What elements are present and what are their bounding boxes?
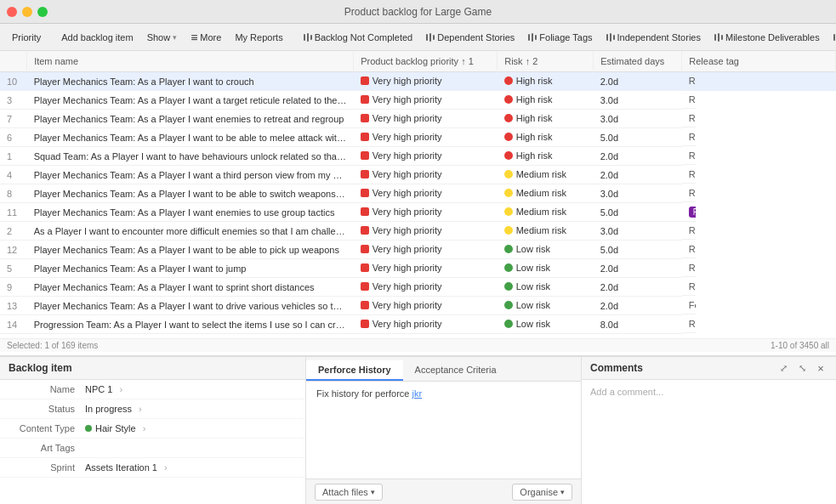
toolbar-priority[interactable]: Priority xyxy=(7,30,46,45)
risk-cell: Medium risk xyxy=(498,203,594,222)
row-num: 14 xyxy=(0,315,27,334)
toolbar-backlog-not-completed[interactable]: Backlog Not Completed xyxy=(299,30,418,45)
table-row[interactable]: 4Player Mechanics Team: As a Player I wa… xyxy=(0,166,836,184)
attach-files-label: Attach files xyxy=(322,487,368,497)
item-name: Player Mechanics Team: As a Player I wan… xyxy=(27,259,354,278)
detail-field-label: Sprint xyxy=(9,462,85,473)
table-row[interactable]: 1Squad Team: As a Player I want to have … xyxy=(0,147,836,166)
tab-acceptance[interactable]: Acceptance Criteria xyxy=(403,360,509,381)
release-cell: Release 12016-05-21 xyxy=(682,128,696,146)
row-num: 6 xyxy=(0,128,27,147)
table-row[interactable]: 6Player Mechanics Team: As a Player I wa… xyxy=(0,128,836,147)
toolbar-show[interactable]: Show ▾ xyxy=(142,30,183,45)
chart-icon-5 xyxy=(714,33,723,42)
backlog-table: Item name Product backlog priority ↑ 1 R… xyxy=(0,51,836,338)
table-row[interactable]: 7Player Mechanics Team: As a Player I wa… xyxy=(0,110,836,128)
table-row[interactable]: 5Player Mechanics Team: As a Player I wa… xyxy=(0,259,836,278)
release-cell: Release 12016-05-21 xyxy=(682,184,696,202)
row-num: 10 xyxy=(0,72,27,91)
release-cell: Feature B xyxy=(682,203,696,222)
release-cell: Release 12016-05-21 xyxy=(682,147,696,165)
risk-cell: Medium risk xyxy=(498,222,594,241)
field-arrow[interactable]: › xyxy=(139,404,142,414)
toolbar-dependent-stories[interactable]: Dependent Stories xyxy=(421,30,520,45)
release-cell: Release 12016-05-21 xyxy=(682,222,696,240)
col-header-days[interactable]: Estimated days xyxy=(594,51,682,72)
foliage-tags-label: Foliage Tags xyxy=(539,32,592,42)
item-name: Player Mechanics Team: As a Player I wan… xyxy=(27,72,354,91)
row-num: 7 xyxy=(0,110,27,128)
close-comments-icon[interactable]: × xyxy=(814,361,827,375)
risk-cell: Medium risk xyxy=(498,184,594,203)
col-header-release[interactable]: Release tag xyxy=(682,51,836,72)
item-name: Player Mechanics Team: As a Player I wan… xyxy=(27,241,354,259)
comments-panel: Comments ⤢ ⤡ × Add a comment... xyxy=(581,357,836,504)
priority-cell: Very high priority xyxy=(354,259,498,278)
expand-icon[interactable]: ⤢ xyxy=(776,361,790,375)
close-button[interactable] xyxy=(7,7,17,17)
dependent-stories-label: Dependent Stories xyxy=(437,32,515,42)
priority-cell: Very high priority xyxy=(354,241,498,259)
priority-cell: Very high priority xyxy=(354,147,498,166)
item-name: Player Mechanics Team: As a Player I wan… xyxy=(27,184,354,203)
item-name: As a Player I want to encounter more dif… xyxy=(27,222,354,241)
minimize-button[interactable] xyxy=(22,7,32,17)
toolbar-release-1-status[interactable]: Release 1 Status xyxy=(828,30,836,45)
col-header-risk[interactable]: Risk ↑ 2 xyxy=(498,51,594,72)
table-row[interactable]: 13Player Mechanics Team: As a Player I w… xyxy=(0,297,836,315)
priority-cell: Very high priority xyxy=(354,110,498,128)
priority-cell: Very high priority xyxy=(354,203,498,222)
release-cell: Release 12016-05-21 xyxy=(682,259,696,277)
add-comment-area: Add a comment... xyxy=(582,380,836,404)
table-area: Item name Product backlog priority ↑ 1 R… xyxy=(0,51,836,355)
table-row[interactable]: 11Player Mechanics Team: As a Player I w… xyxy=(0,203,836,222)
field-arrow[interactable]: › xyxy=(164,462,168,473)
days-cell: 8.0d xyxy=(594,315,682,334)
days-cell: 5.0d xyxy=(594,203,682,222)
col-header-name[interactable]: Item name xyxy=(27,51,354,72)
item-name: Player Mechanics Team: As a Player I wan… xyxy=(27,91,354,110)
row-num: 5 xyxy=(0,259,27,278)
detail-field-label: Art Tags xyxy=(9,443,85,453)
independent-stories-label: Independent Stories xyxy=(617,32,701,42)
main-content: Item name Product backlog priority ↑ 1 R… xyxy=(0,51,836,504)
table-row[interactable]: 8Player Mechanics Team: As a Player I wa… xyxy=(0,184,836,203)
attach-files-button[interactable]: Attach files ▾ xyxy=(315,484,383,501)
table-row[interactable]: 10Player Mechanics Team: As a Player I w… xyxy=(0,72,836,91)
priority-cell: Very high priority xyxy=(354,278,498,297)
toolbar-independent-stories[interactable]: Independent Stories xyxy=(601,30,706,45)
col-header-num xyxy=(0,51,27,72)
item-name: Player Mechanics Team: As a Player I wan… xyxy=(27,297,354,315)
chart-icon-4 xyxy=(606,33,615,42)
popout-icon[interactable]: ⤡ xyxy=(795,361,809,375)
toolbar-my-reports[interactable]: My Reports xyxy=(230,30,287,45)
toolbar-add-backlog[interactable]: Add backlog item xyxy=(56,30,138,45)
item-name: Progression Team: As a Player I want to … xyxy=(27,315,354,334)
toolbar-foliage-tags[interactable]: Foliage Tags xyxy=(523,30,597,45)
toolbar-milestone-deliverables[interactable]: Milestone Deliverables xyxy=(709,30,825,45)
days-cell: 2.0d xyxy=(594,278,682,297)
table-row[interactable]: 2As a Player I want to encounter more di… xyxy=(0,222,836,241)
risk-cell: High risk xyxy=(498,72,594,91)
table-row[interactable]: 12Player Mechanics Team: As a Player I w… xyxy=(0,241,836,259)
table-row[interactable]: 3Player Mechanics Team: As a Player I wa… xyxy=(0,91,836,110)
field-arrow[interactable]: › xyxy=(143,423,146,433)
toolbar-more[interactable]: ≡ More xyxy=(185,29,226,46)
tab-perforce[interactable]: Perforce History xyxy=(306,360,403,381)
col-header-priority[interactable]: Product backlog priority ↑ 1 xyxy=(354,51,498,72)
field-arrow[interactable]: › xyxy=(119,384,122,394)
add-comment-placeholder: Add a comment... xyxy=(590,387,663,397)
organise-button[interactable]: Organise ▾ xyxy=(512,484,572,501)
days-cell: 3.0d xyxy=(594,222,682,241)
maximize-button[interactable] xyxy=(37,7,48,17)
release-cell: Release 12016-05-21 xyxy=(682,166,696,184)
row-num: 3 xyxy=(0,91,27,110)
perforce-link[interactable]: jkr xyxy=(412,388,422,399)
risk-cell: Low risk xyxy=(498,241,594,259)
row-num: 4 xyxy=(0,166,27,184)
table-row[interactable]: 9Player Mechanics Team: As a Player I wa… xyxy=(0,278,836,297)
detail-field-label: Name xyxy=(9,384,85,394)
detail-field-value: In progress› xyxy=(85,404,142,414)
days-cell: 2.0d xyxy=(594,297,682,315)
table-row[interactable]: 14Progression Team: As a Player I want t… xyxy=(0,315,836,334)
